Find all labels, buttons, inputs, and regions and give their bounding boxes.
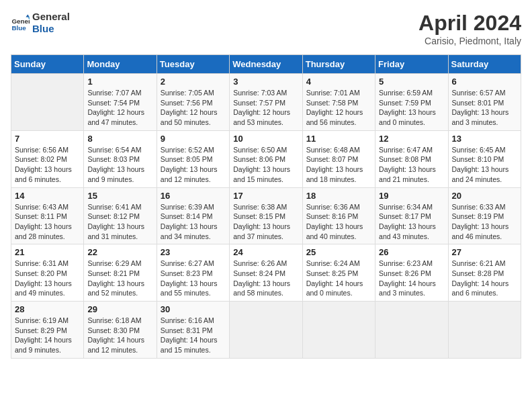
- logo-line2: Blue: [32, 23, 70, 35]
- day-info: Sunrise: 6:33 AMSunset: 8:19 PMDaylight:…: [452, 202, 517, 242]
- logo-icon: General Blue: [11, 13, 30, 32]
- day-info: Sunrise: 6:21 AMSunset: 8:28 PMDaylight:…: [452, 259, 517, 298]
- day-info: Sunrise: 7:05 AMSunset: 7:56 PMDaylight:…: [161, 88, 226, 128]
- day-cell: 6Sunrise: 6:57 AMSunset: 8:01 PMDaylight…: [448, 74, 521, 131]
- day-cell: 8Sunrise: 6:54 AMSunset: 8:03 PMDaylight…: [84, 130, 157, 187]
- svg-text:Blue: Blue: [11, 24, 26, 32]
- day-number: 13: [452, 134, 517, 144]
- day-number: 16: [161, 191, 226, 201]
- day-cell: 16Sunrise: 6:39 AMSunset: 8:14 PMDayligh…: [157, 187, 229, 244]
- day-cell: 14Sunrise: 6:43 AMSunset: 8:11 PMDayligh…: [11, 187, 84, 244]
- day-cell: 2Sunrise: 7:05 AMSunset: 7:56 PMDaylight…: [157, 74, 229, 131]
- calendar-header: SundayMondayTuesdayWednesdayThursdayFrid…: [11, 55, 521, 74]
- title-block: April 2024 Carisio, Piedmont, Italy: [418, 11, 521, 46]
- day-number: 7: [15, 134, 80, 144]
- day-cell: 18Sunrise: 6:36 AMSunset: 8:16 PMDayligh…: [302, 187, 375, 244]
- day-cell: 15Sunrise: 6:41 AMSunset: 8:12 PMDayligh…: [84, 187, 157, 244]
- day-cell: [230, 302, 302, 359]
- day-cell: 1Sunrise: 7:07 AMSunset: 7:54 PMDaylight…: [84, 74, 157, 131]
- day-info: Sunrise: 6:47 AMSunset: 8:08 PMDaylight:…: [379, 145, 444, 185]
- week-row-1: 1Sunrise: 7:07 AMSunset: 7:54 PMDaylight…: [11, 74, 521, 131]
- day-cell: 20Sunrise: 6:33 AMSunset: 8:19 PMDayligh…: [448, 187, 521, 244]
- day-number: 21: [15, 247, 80, 257]
- svg-marker-2: [26, 14, 30, 17]
- day-number: 28: [15, 304, 80, 314]
- day-info: Sunrise: 7:03 AMSunset: 7:57 PMDaylight:…: [233, 88, 298, 128]
- week-row-3: 14Sunrise: 6:43 AMSunset: 8:11 PMDayligh…: [11, 187, 521, 244]
- header-saturday: Saturday: [448, 55, 521, 74]
- day-number: 14: [15, 191, 80, 201]
- day-number: 12: [379, 134, 444, 144]
- day-cell: [302, 302, 375, 359]
- day-cell: [11, 74, 84, 131]
- day-number: 19: [379, 191, 444, 201]
- day-number: 10: [233, 134, 298, 144]
- day-number: 24: [233, 247, 298, 257]
- day-cell: 22Sunrise: 6:29 AMSunset: 8:21 PMDayligh…: [84, 244, 157, 302]
- calendar-body: 1Sunrise: 7:07 AMSunset: 7:54 PMDaylight…: [11, 74, 521, 359]
- day-number: 30: [161, 304, 226, 314]
- day-number: 17: [233, 191, 298, 201]
- day-info: Sunrise: 6:52 AMSunset: 8:05 PMDaylight:…: [161, 145, 226, 185]
- day-info: Sunrise: 6:36 AMSunset: 8:16 PMDaylight:…: [306, 202, 371, 242]
- day-cell: 25Sunrise: 6:24 AMSunset: 8:25 PMDayligh…: [302, 244, 375, 302]
- month-title: April 2024: [418, 11, 521, 36]
- day-cell: 3Sunrise: 7:03 AMSunset: 7:57 PMDaylight…: [230, 74, 302, 131]
- day-number: 25: [306, 247, 371, 257]
- day-info: Sunrise: 6:57 AMSunset: 8:01 PMDaylight:…: [452, 88, 517, 128]
- day-info: Sunrise: 6:43 AMSunset: 8:11 PMDaylight:…: [15, 202, 80, 242]
- day-info: Sunrise: 6:50 AMSunset: 8:06 PMDaylight:…: [233, 145, 298, 185]
- day-info: Sunrise: 6:56 AMSunset: 8:02 PMDaylight:…: [15, 145, 80, 185]
- day-number: 8: [87, 134, 152, 144]
- day-info: Sunrise: 6:45 AMSunset: 8:10 PMDaylight:…: [452, 145, 517, 185]
- day-info: Sunrise: 6:19 AMSunset: 8:29 PMDaylight:…: [15, 316, 80, 355]
- day-info: Sunrise: 6:41 AMSunset: 8:12 PMDaylight:…: [87, 202, 152, 242]
- day-number: 11: [306, 134, 371, 144]
- day-number: 29: [87, 304, 152, 314]
- day-info: Sunrise: 6:16 AMSunset: 8:31 PMDaylight:…: [161, 316, 226, 355]
- day-number: 26: [379, 247, 444, 257]
- day-info: Sunrise: 7:07 AMSunset: 7:54 PMDaylight:…: [87, 88, 152, 128]
- day-cell: 17Sunrise: 6:38 AMSunset: 8:15 PMDayligh…: [230, 187, 302, 244]
- header-monday: Monday: [84, 55, 157, 74]
- day-cell: 27Sunrise: 6:21 AMSunset: 8:28 PMDayligh…: [448, 244, 521, 302]
- day-info: Sunrise: 6:54 AMSunset: 8:03 PMDaylight:…: [87, 145, 152, 185]
- day-number: 22: [87, 247, 152, 257]
- day-number: 1: [87, 77, 152, 87]
- day-info: Sunrise: 6:24 AMSunset: 8:25 PMDaylight:…: [306, 259, 371, 298]
- day-cell: 28Sunrise: 6:19 AMSunset: 8:29 PMDayligh…: [11, 302, 84, 359]
- day-number: 23: [161, 247, 226, 257]
- day-info: Sunrise: 6:29 AMSunset: 8:21 PMDaylight:…: [87, 259, 152, 298]
- day-info: Sunrise: 6:48 AMSunset: 8:07 PMDaylight:…: [306, 145, 371, 185]
- day-cell: [448, 302, 521, 359]
- logo-line1: General: [32, 11, 70, 23]
- week-row-4: 21Sunrise: 6:31 AMSunset: 8:20 PMDayligh…: [11, 244, 521, 302]
- header-friday: Friday: [375, 55, 448, 74]
- day-info: Sunrise: 6:27 AMSunset: 8:23 PMDaylight:…: [161, 259, 226, 298]
- day-number: 9: [161, 134, 226, 144]
- day-number: 15: [87, 191, 152, 201]
- day-cell: 9Sunrise: 6:52 AMSunset: 8:05 PMDaylight…: [157, 130, 229, 187]
- day-number: 18: [306, 191, 371, 201]
- day-cell: 13Sunrise: 6:45 AMSunset: 8:10 PMDayligh…: [448, 130, 521, 187]
- header-thursday: Thursday: [302, 55, 375, 74]
- day-number: 6: [452, 77, 517, 87]
- day-info: Sunrise: 6:34 AMSunset: 8:17 PMDaylight:…: [379, 202, 444, 242]
- day-cell: 29Sunrise: 6:18 AMSunset: 8:30 PMDayligh…: [84, 302, 157, 359]
- header-row: SundayMondayTuesdayWednesdayThursdayFrid…: [11, 55, 521, 74]
- calendar-table: SundayMondayTuesdayWednesdayThursdayFrid…: [11, 54, 521, 359]
- day-info: Sunrise: 6:23 AMSunset: 8:26 PMDaylight:…: [379, 259, 444, 298]
- week-row-2: 7Sunrise: 6:56 AMSunset: 8:02 PMDaylight…: [11, 130, 521, 187]
- header-sunday: Sunday: [11, 55, 84, 74]
- day-number: 4: [306, 77, 371, 87]
- header-tuesday: Tuesday: [157, 55, 229, 74]
- day-cell: 11Sunrise: 6:48 AMSunset: 8:07 PMDayligh…: [302, 130, 375, 187]
- day-info: Sunrise: 6:18 AMSunset: 8:30 PMDaylight:…: [87, 316, 152, 355]
- day-info: Sunrise: 6:39 AMSunset: 8:14 PMDaylight:…: [161, 202, 226, 242]
- location-subtitle: Carisio, Piedmont, Italy: [418, 36, 521, 46]
- day-number: 27: [452, 247, 517, 257]
- header-wednesday: Wednesday: [230, 55, 302, 74]
- day-info: Sunrise: 6:31 AMSunset: 8:20 PMDaylight:…: [15, 259, 80, 298]
- day-cell: 5Sunrise: 6:59 AMSunset: 7:59 PMDaylight…: [375, 74, 448, 131]
- day-cell: 4Sunrise: 7:01 AMSunset: 7:58 PMDaylight…: [302, 74, 375, 131]
